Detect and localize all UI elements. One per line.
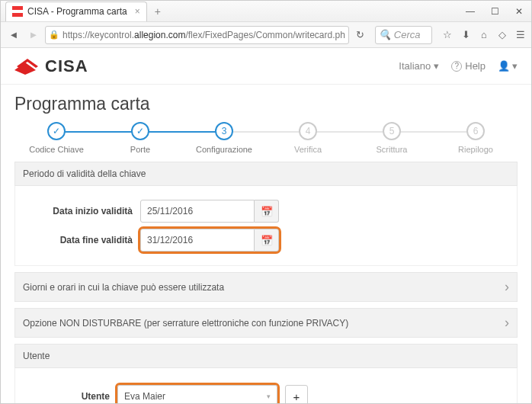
pocket-icon[interactable]: ◇	[496, 29, 508, 40]
browser-titlebar: CISA - Programma carta × + — ☐ ✕	[1, 1, 531, 22]
logo-icon	[14, 58, 40, 75]
user-panel-header: Utente	[14, 344, 518, 368]
step-label: Verifica	[294, 145, 322, 154]
downloads-icon[interactable]: ⬇	[460, 29, 472, 40]
start-date-picker-button[interactable]: 📅	[255, 200, 279, 223]
search-placeholder: Cerca	[394, 29, 421, 40]
new-tab-button[interactable]: +	[155, 5, 161, 18]
minimize-button[interactable]: —	[458, 2, 482, 21]
end-date-row: Data fine validità 📅	[26, 229, 506, 252]
schedule-panel-label: Giorni e orari in cui la chiave può esse…	[23, 282, 224, 293]
help-label: Help	[465, 60, 486, 72]
search-box[interactable]: 🔍 Cerca	[375, 26, 432, 44]
maximize-button[interactable]: ☐	[482, 2, 507, 21]
dnd-panel[interactable]: Opzione NON DISTURBARE (per serrature el…	[14, 308, 518, 338]
chevron-right-icon: ›	[505, 279, 509, 295]
wizard-stepper: ✓ Codice Chiave ✓ Porte 3 Configurazione…	[14, 122, 518, 154]
brand-logo: CISA	[14, 56, 88, 76]
step-porte[interactable]: ✓ Porte	[98, 122, 182, 154]
language-label: Italiano	[399, 60, 431, 72]
start-date-input[interactable]	[140, 200, 255, 223]
validity-panel-header: Periodo di validità della chiave	[14, 162, 518, 186]
reload-button[interactable]: ↻	[352, 27, 369, 43]
user-menu[interactable]: 👤 ▾	[498, 60, 518, 72]
step-scrittura: 5 Scrittura	[350, 122, 434, 154]
step-configurazione[interactable]: 3 Configurazione	[182, 122, 266, 154]
step-label: Configurazione	[196, 145, 252, 154]
page-title: Programma carta	[14, 94, 518, 114]
url-bar[interactable]: 🔒 https://keycontrol.allegion.com/flex/F…	[45, 26, 349, 44]
end-date-group: 📅	[140, 229, 279, 252]
step-codice-chiave[interactable]: ✓ Codice Chiave	[14, 122, 98, 154]
user-row: Utente Eva Maier +	[26, 385, 506, 404]
app-header: CISA Italiano ▾ ? Help 👤 ▾	[1, 48, 531, 85]
url-text: https://keycontrol.allegion.com/flex/Fix…	[62, 30, 345, 40]
start-date-label: Data inizio validità	[26, 206, 140, 216]
step-circle: 4	[299, 122, 317, 140]
back-button[interactable]: ◄	[5, 27, 22, 43]
chevron-down-icon: ▾	[434, 60, 439, 72]
user-panel-body: Utente Eva Maier +	[14, 368, 518, 404]
step-circle: 3	[215, 122, 233, 140]
step-label: Codice Chiave	[29, 145, 84, 154]
search-icon: 🔍	[379, 29, 391, 40]
step-label: Porte	[130, 145, 150, 154]
step-circle: 6	[466, 122, 485, 140]
bookmark-icon[interactable]: ☆	[441, 29, 453, 40]
browser-toolbar: ◄ ► 🔒 https://keycontrol.allegion.com/fl…	[1, 22, 531, 48]
forward-button[interactable]: ►	[25, 27, 42, 43]
user-icon: 👤	[498, 60, 510, 72]
content-area: Programma carta ✓ Codice Chiave ✓ Porte …	[1, 85, 531, 404]
end-date-input[interactable]	[140, 229, 255, 252]
help-link[interactable]: ? Help	[451, 60, 486, 72]
user-field-label: Utente	[26, 391, 117, 402]
calendar-icon: 📅	[261, 206, 273, 217]
brand-text: CISA	[45, 56, 88, 76]
end-date-label: Data fine validità	[26, 235, 140, 245]
step-circle: ✓	[47, 122, 66, 140]
tab-title: CISA - Programma carta	[27, 6, 127, 17]
close-icon[interactable]: ×	[135, 6, 140, 17]
lock-icon: 🔒	[49, 30, 59, 40]
schedule-panel[interactable]: Giorni e orari in cui la chiave può esse…	[14, 272, 518, 302]
home-icon[interactable]: ⌂	[478, 29, 490, 40]
window-controls: — ☐ ✕	[458, 2, 531, 21]
end-date-picker-button[interactable]: 📅	[255, 229, 279, 252]
validity-panel-body: Data inizio validità 📅 Data fine validit…	[14, 186, 518, 266]
plus-icon: +	[293, 390, 300, 403]
step-verifica: 4 Verifica	[266, 122, 350, 154]
step-circle: ✓	[131, 122, 149, 140]
start-date-row: Data inizio validità 📅	[26, 200, 506, 223]
step-label: Scrittura	[377, 145, 408, 154]
toolbar-icons: ☆ ⬇ ⌂ ◇ ☰	[441, 29, 527, 40]
chevron-down-icon: ▾	[512, 60, 518, 72]
svg-rect-1	[12, 10, 23, 13]
close-window-button[interactable]: ✕	[507, 2, 531, 21]
start-date-group: 📅	[140, 200, 279, 223]
browser-tab[interactable]: CISA - Programma carta ×	[5, 2, 147, 21]
dnd-panel-label: Opzione NON DISTURBARE (per serrature el…	[23, 318, 348, 329]
add-user-button[interactable]: +	[285, 385, 308, 404]
help-icon: ?	[451, 61, 462, 72]
menu-icon[interactable]: ☰	[514, 29, 527, 40]
site-favicon	[12, 6, 23, 17]
step-circle: 5	[383, 122, 401, 140]
chevron-right-icon: ›	[505, 315, 509, 331]
calendar-icon: 📅	[261, 235, 273, 246]
user-select-value: Eva Maier	[124, 391, 165, 402]
step-riepilogo: 6 Riepilogo	[434, 122, 518, 154]
step-label: Riepilogo	[458, 145, 493, 154]
user-select[interactable]: Eva Maier	[117, 385, 277, 404]
language-selector[interactable]: Italiano ▾	[399, 60, 439, 72]
